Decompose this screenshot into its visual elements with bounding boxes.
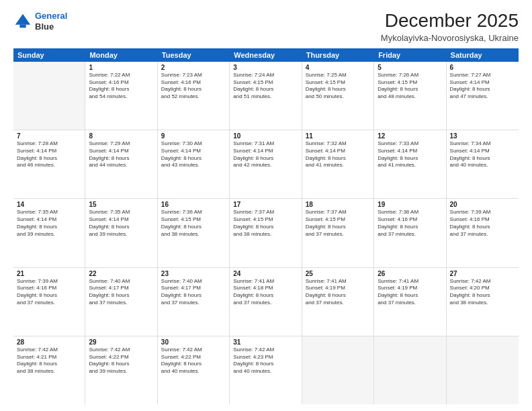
cell-content: Sunrise: 7:38 AM Sunset: 4:16 PM Dayligh… (378, 209, 442, 238)
calendar-cell: 29Sunrise: 7:42 AM Sunset: 4:22 PM Dayli… (85, 336, 157, 404)
calendar-cell: 30Sunrise: 7:42 AM Sunset: 4:22 PM Dayli… (158, 336, 230, 404)
calendar-cell: 6Sunrise: 7:27 AM Sunset: 4:14 PM Daylig… (447, 62, 519, 130)
calendar-cell: 5Sunrise: 7:26 AM Sunset: 4:15 PM Daylig… (374, 62, 446, 130)
day-number: 16 (161, 201, 226, 208)
calendar-cell: 2Sunrise: 7:23 AM Sunset: 4:16 PM Daylig… (158, 62, 230, 130)
cell-content: Sunrise: 7:30 AM Sunset: 4:14 PM Dayligh… (161, 140, 226, 169)
day-number: 27 (450, 270, 515, 277)
logo-icon (13, 12, 32, 31)
cell-content: Sunrise: 7:39 AM Sunset: 4:16 PM Dayligh… (450, 209, 515, 238)
cell-content: Sunrise: 7:42 AM Sunset: 4:22 PM Dayligh… (161, 347, 226, 375)
day-number: 25 (306, 270, 370, 277)
header-day-saturday: Saturday (447, 48, 519, 62)
logo-blue-text: Blue (35, 21, 54, 32)
day-number: 22 (89, 270, 153, 277)
cell-content: Sunrise: 7:42 AM Sunset: 4:20 PM Dayligh… (450, 278, 515, 307)
cell-content: Sunrise: 7:41 AM Sunset: 4:18 PM Dayligh… (233, 278, 298, 307)
header-day-sunday: Sunday (13, 48, 85, 62)
calendar-cell: 18Sunrise: 7:37 AM Sunset: 4:15 PM Dayli… (302, 199, 374, 267)
calendar-body: 1Sunrise: 7:22 AM Sunset: 4:16 PM Daylig… (13, 62, 519, 404)
calendar-cell: 10Sunrise: 7:31 AM Sunset: 4:14 PM Dayli… (230, 130, 302, 198)
calendar-cell (447, 336, 519, 404)
title-block: December 2025 Mykolayivka-Novorosiyska, … (381, 11, 519, 43)
cell-content: Sunrise: 7:35 AM Sunset: 4:14 PM Dayligh… (89, 209, 153, 238)
day-number: 31 (233, 338, 298, 346)
header-day-friday: Friday (374, 48, 446, 62)
calendar-row: 14Sunrise: 7:35 AM Sunset: 4:14 PM Dayli… (13, 199, 519, 267)
cell-content: Sunrise: 7:31 AM Sunset: 4:14 PM Dayligh… (233, 140, 298, 169)
day-number: 18 (306, 201, 370, 208)
day-number: 21 (17, 270, 81, 277)
calendar-cell: 1Sunrise: 7:22 AM Sunset: 4:16 PM Daylig… (85, 62, 157, 130)
cell-content: Sunrise: 7:42 AM Sunset: 4:22 PM Dayligh… (89, 347, 153, 375)
cell-content: Sunrise: 7:28 AM Sunset: 4:14 PM Dayligh… (17, 140, 81, 169)
day-number: 9 (161, 132, 226, 140)
cell-content: Sunrise: 7:41 AM Sunset: 4:19 PM Dayligh… (378, 278, 442, 307)
page: General Blue December 2025 Mykolayivka-N… (0, 0, 532, 411)
day-number: 30 (161, 338, 226, 346)
logo: General Blue (13, 11, 67, 32)
cell-content: Sunrise: 7:25 AM Sunset: 4:15 PM Dayligh… (306, 72, 370, 101)
svg-marker-0 (15, 13, 30, 24)
day-number: 13 (450, 132, 515, 140)
calendar-cell: 9Sunrise: 7:30 AM Sunset: 4:14 PM Daylig… (158, 130, 230, 198)
calendar-cell: 11Sunrise: 7:32 AM Sunset: 4:14 PM Dayli… (302, 130, 374, 198)
main-title: December 2025 (381, 11, 519, 32)
calendar-cell: 27Sunrise: 7:42 AM Sunset: 4:20 PM Dayli… (447, 268, 519, 336)
calendar-row: 21Sunrise: 7:39 AM Sunset: 4:16 PM Dayli… (13, 268, 519, 336)
calendar-cell: 7Sunrise: 7:28 AM Sunset: 4:14 PM Daylig… (13, 130, 85, 198)
cell-content: Sunrise: 7:26 AM Sunset: 4:15 PM Dayligh… (378, 72, 442, 101)
cell-content: Sunrise: 7:23 AM Sunset: 4:16 PM Dayligh… (161, 72, 226, 101)
day-number: 6 (450, 64, 515, 71)
calendar-cell (13, 62, 85, 130)
day-number: 1 (89, 64, 153, 71)
cell-content: Sunrise: 7:40 AM Sunset: 4:17 PM Dayligh… (89, 278, 153, 307)
cell-content: Sunrise: 7:42 AM Sunset: 4:21 PM Dayligh… (17, 347, 81, 375)
calendar: SundayMondayTuesdayWednesdayThursdayFrid… (13, 48, 519, 404)
day-number: 28 (17, 338, 81, 346)
header-day-tuesday: Tuesday (158, 48, 230, 62)
calendar-cell: 22Sunrise: 7:40 AM Sunset: 4:17 PM Dayli… (85, 268, 157, 336)
day-number: 2 (161, 64, 226, 71)
calendar-cell: 15Sunrise: 7:35 AM Sunset: 4:14 PM Dayli… (85, 199, 157, 267)
cell-content: Sunrise: 7:36 AM Sunset: 4:15 PM Dayligh… (161, 209, 226, 238)
calendar-cell: 21Sunrise: 7:39 AM Sunset: 4:16 PM Dayli… (13, 268, 85, 336)
day-number: 4 (306, 64, 370, 71)
svg-rect-1 (19, 24, 26, 28)
cell-content: Sunrise: 7:41 AM Sunset: 4:19 PM Dayligh… (306, 278, 370, 307)
calendar-cell (374, 336, 446, 404)
header-day-wednesday: Wednesday (230, 48, 302, 62)
day-number: 10 (233, 132, 298, 140)
day-number: 26 (378, 270, 442, 277)
cell-content: Sunrise: 7:22 AM Sunset: 4:16 PM Dayligh… (89, 72, 153, 101)
calendar-cell: 20Sunrise: 7:39 AM Sunset: 4:16 PM Dayli… (447, 199, 519, 267)
calendar-cell: 24Sunrise: 7:41 AM Sunset: 4:18 PM Dayli… (230, 268, 302, 336)
calendar-cell: 28Sunrise: 7:42 AM Sunset: 4:21 PM Dayli… (13, 336, 85, 404)
day-number: 5 (378, 64, 442, 71)
calendar-cell: 8Sunrise: 7:29 AM Sunset: 4:14 PM Daylig… (85, 130, 157, 198)
calendar-row: 7Sunrise: 7:28 AM Sunset: 4:14 PM Daylig… (13, 130, 519, 199)
day-number: 15 (89, 201, 153, 208)
calendar-row: 1Sunrise: 7:22 AM Sunset: 4:16 PM Daylig… (13, 62, 519, 130)
calendar-cell: 14Sunrise: 7:35 AM Sunset: 4:14 PM Dayli… (13, 199, 85, 267)
calendar-cell: 3Sunrise: 7:24 AM Sunset: 4:15 PM Daylig… (230, 62, 302, 130)
header-day-thursday: Thursday (302, 48, 374, 62)
cell-content: Sunrise: 7:33 AM Sunset: 4:14 PM Dayligh… (378, 140, 442, 169)
calendar-cell: 19Sunrise: 7:38 AM Sunset: 4:16 PM Dayli… (374, 199, 446, 267)
cell-content: Sunrise: 7:39 AM Sunset: 4:16 PM Dayligh… (17, 278, 81, 307)
calendar-cell: 23Sunrise: 7:40 AM Sunset: 4:17 PM Dayli… (158, 268, 230, 336)
calendar-header: SundayMondayTuesdayWednesdayThursdayFrid… (13, 48, 519, 62)
cell-content: Sunrise: 7:34 AM Sunset: 4:14 PM Dayligh… (450, 140, 515, 169)
cell-content: Sunrise: 7:27 AM Sunset: 4:14 PM Dayligh… (450, 72, 515, 101)
calendar-row: 28Sunrise: 7:42 AM Sunset: 4:21 PM Dayli… (13, 336, 519, 404)
cell-content: Sunrise: 7:35 AM Sunset: 4:14 PM Dayligh… (17, 209, 81, 238)
calendar-cell (302, 336, 374, 404)
logo-general: General (35, 11, 67, 21)
day-number: 19 (378, 201, 442, 208)
day-number: 8 (89, 132, 153, 140)
cell-content: Sunrise: 7:40 AM Sunset: 4:17 PM Dayligh… (161, 278, 226, 307)
day-number: 17 (233, 201, 298, 208)
subtitle: Mykolayivka-Novorosiyska, Ukraine (381, 33, 519, 43)
cell-content: Sunrise: 7:29 AM Sunset: 4:14 PM Dayligh… (89, 140, 153, 169)
calendar-cell: 25Sunrise: 7:41 AM Sunset: 4:19 PM Dayli… (302, 268, 374, 336)
